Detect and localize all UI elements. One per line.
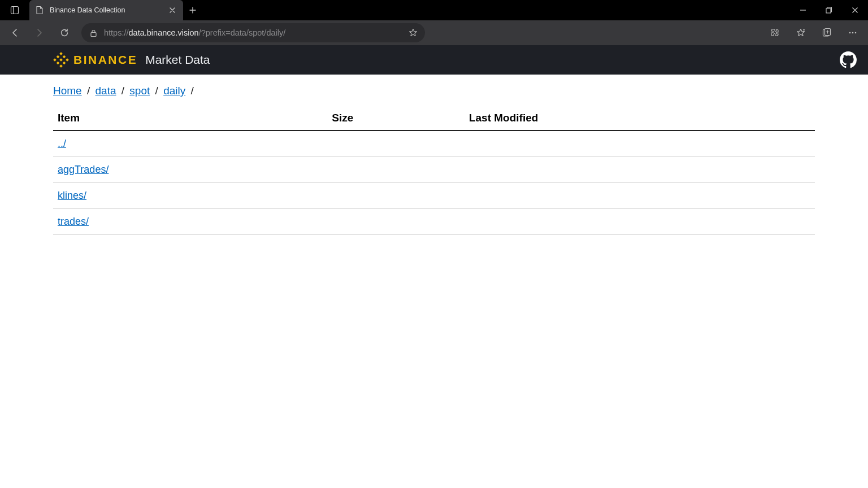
url-path: /?prefix=data/spot/daily/: [199, 28, 286, 37]
svg-rect-4: [826, 8, 831, 13]
item-size: [327, 157, 465, 183]
item-modified: [465, 183, 815, 209]
item-size: [327, 130, 465, 157]
svg-rect-5: [91, 32, 96, 36]
svg-point-11: [852, 32, 854, 34]
lock-icon: [88, 28, 98, 38]
breadcrumb-data[interactable]: data: [96, 85, 116, 97]
table-row: aggTrades/: [53, 157, 815, 183]
item-modified: [465, 130, 815, 157]
refresh-button[interactable]: [53, 23, 76, 43]
col-header-size: Size: [327, 106, 465, 130]
collections-button[interactable]: [815, 23, 839, 43]
url-scheme: https: [104, 28, 121, 37]
url-text: https://data.binance.vision/?prefix=data…: [104, 28, 285, 37]
item-modified: [465, 209, 815, 235]
url-host: data.binance.vision: [129, 28, 199, 37]
binance-logo[interactable]: BINANCE: [53, 52, 137, 68]
favorite-button[interactable]: [408, 28, 418, 38]
svg-rect-13: [59, 52, 63, 55]
item-link[interactable]: klines/: [58, 190, 86, 201]
breadcrumb-daily[interactable]: daily: [163, 85, 185, 97]
window-controls: [790, 0, 868, 20]
site-title: Market Data: [145, 53, 210, 67]
forward-button[interactable]: [28, 23, 51, 43]
site-header: BINANCE Market Data: [0, 45, 868, 75]
breadcrumb-spot[interactable]: spot: [129, 85, 150, 97]
favorites-button[interactable]: [789, 23, 813, 43]
svg-rect-16: [66, 58, 69, 62]
close-window-button[interactable]: [842, 0, 868, 20]
breadcrumb: Home / data / spot / daily /: [53, 85, 815, 97]
svg-rect-19: [63, 55, 66, 59]
item-link[interactable]: ../: [58, 138, 66, 149]
github-link[interactable]: [840, 51, 857, 68]
table-row: ../: [53, 130, 815, 157]
col-header-item: Item: [53, 106, 327, 130]
svg-rect-15: [53, 58, 57, 62]
svg-rect-20: [57, 62, 60, 65]
tab-actions-button[interactable]: [0, 0, 29, 20]
item-modified: [465, 157, 815, 183]
minimize-button[interactable]: [790, 0, 816, 20]
browser-toolbar: https://data.binance.vision/?prefix=data…: [0, 20, 868, 45]
svg-rect-17: [59, 58, 63, 62]
page-content: Home / data / spot / daily / Item Size L…: [0, 75, 868, 245]
item-link[interactable]: trades/: [58, 216, 89, 227]
item-link[interactable]: aggTrades/: [58, 164, 108, 175]
binance-logo-text: BINANCE: [73, 53, 137, 67]
table-row: trades/: [53, 209, 815, 235]
extensions-button[interactable]: [763, 23, 787, 43]
item-size: [327, 183, 465, 209]
back-button[interactable]: [3, 23, 26, 43]
tab-close-button[interactable]: [167, 5, 177, 15]
col-header-modified: Last Modified: [465, 106, 815, 130]
svg-rect-0: [11, 7, 19, 14]
svg-point-10: [849, 32, 851, 34]
window-titlebar: Binance Data Collection: [0, 0, 868, 20]
table-row: klines/: [53, 183, 815, 209]
new-tab-button[interactable]: [183, 0, 202, 20]
browser-tab[interactable]: Binance Data Collection: [29, 0, 183, 20]
maximize-button[interactable]: [816, 0, 842, 20]
svg-rect-18: [57, 55, 60, 59]
svg-point-12: [855, 32, 857, 34]
binance-logo-icon: [53, 52, 69, 68]
svg-rect-14: [59, 64, 63, 68]
item-size: [327, 209, 465, 235]
listing-table: Item Size Last Modified ../aggTrades/kli…: [53, 106, 815, 235]
tab-title: Binance Data Collection: [50, 6, 162, 14]
menu-button[interactable]: [841, 23, 865, 43]
page-icon: [35, 6, 44, 15]
address-bar[interactable]: https://data.binance.vision/?prefix=data…: [81, 23, 425, 42]
svg-rect-21: [63, 62, 66, 65]
breadcrumb-home[interactable]: Home: [53, 85, 82, 97]
